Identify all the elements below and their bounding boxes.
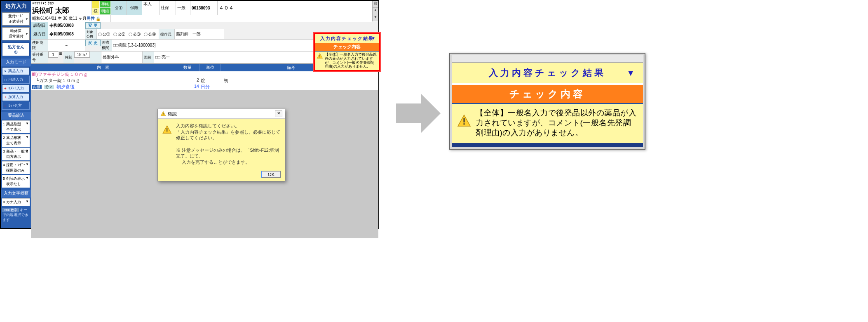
app-window: 処方入力 受付ﾓｰﾄﾞ 正式受付 ▼ 時休深 通常受付 ▼ 処方せん ① 入力モ… bbox=[0, 0, 379, 229]
row2-note: 初 bbox=[224, 78, 228, 83]
filter-label: カナ入力 bbox=[6, 200, 21, 204]
change-button-2[interactable]: 変 更 bbox=[85, 40, 101, 46]
svg-rect-12 bbox=[464, 123, 465, 125]
mode-label: 加算入力 bbox=[8, 94, 23, 100]
time-label: 時刻 bbox=[63, 52, 74, 63]
recv-no-label: 受付番号 bbox=[31, 52, 48, 63]
side-hint: Ctrl+数字 キーで内容選択できます bbox=[1, 207, 31, 224]
recv-mode-button[interactable]: 受付ﾓｰﾄﾞ 正式受付 ▼ bbox=[2, 12, 30, 26]
mode-item-1[interactable]: □用法入力 bbox=[2, 76, 30, 84]
dialog-line4: 入力を完了することができます。 bbox=[176, 159, 281, 165]
filter-l2: 全て表示 bbox=[3, 141, 21, 145]
svg-rect-8 bbox=[167, 132, 167, 132]
filter-num: 2 bbox=[3, 136, 5, 140]
filter-item-2[interactable]: 3 商品・一般名両方表示▼ bbox=[2, 148, 30, 160]
badge-detail[interactable]: 明細 bbox=[100, 8, 110, 14]
char-filter[interactable]: 0 カナ入力 ▼ bbox=[2, 198, 30, 206]
filter-num: 3 bbox=[3, 149, 5, 153]
check-result-panel: 入力内容チェック結果 ▼ チェック内容 【全体】一般名入力で後発品以外の薬品が入… bbox=[314, 33, 380, 71]
chevron-down-icon: ▼ bbox=[26, 122, 29, 125]
dob-line: 昭和61/04/01 生 36 歳11 ヶ月 bbox=[32, 16, 87, 21]
filter-l1: 剤読み表示 bbox=[6, 176, 25, 181]
mode-icon: + bbox=[3, 87, 7, 91]
check-text: 【全体】一般名入力で後発品以外の薬品が入力されていますが、コメント(一般名先発調… bbox=[325, 53, 378, 69]
ins-self: 本人 bbox=[143, 1, 152, 7]
filter-l1: 採用・ﾏｻﾞｰ bbox=[6, 163, 26, 167]
use-label: 使用期限 bbox=[31, 40, 48, 51]
dialog-titlebar: 確認 ✕ bbox=[158, 109, 285, 119]
rx-tab[interactable]: 処方せん ① bbox=[2, 42, 30, 56]
rx-row-product[interactable]: └ガスター錠１０ｍｇ 2 錠 初 bbox=[31, 78, 378, 84]
check-header[interactable]: 入力内容チェック結果 ▼ bbox=[315, 34, 379, 43]
row1-drug: ファモチジン錠１０ｍｇ bbox=[38, 72, 88, 77]
gender: 男性 bbox=[87, 16, 95, 21]
col-unit: 単位 bbox=[200, 64, 221, 71]
filter-item-3[interactable]: 4 採用・ﾏｻﾞｰ採用薬のみ▼ bbox=[2, 161, 30, 174]
filter-item-1[interactable]: 2 薬品形状全て表示▼ bbox=[2, 134, 30, 147]
radio-pub2[interactable]: 公② bbox=[113, 32, 125, 37]
wait-mode-button[interactable]: 時休深 通常受付 ▼ bbox=[2, 27, 30, 40]
dr-label: 医師 bbox=[143, 52, 154, 63]
zoom-body: 【全体】一般名入力で後発品以外の薬品が入力されていますが、コメント(一般名先発調… bbox=[452, 103, 643, 143]
rx-area: 般)ファモチジン錠１０ｍｇ └ガスター錠１０ｍｇ 2 錠 初 内服 分２ 朝夕食… bbox=[31, 71, 378, 90]
mode-item-2[interactable]: +ｺﾒﾝﾄ入力 bbox=[2, 85, 30, 92]
ins-label: 保険 bbox=[127, 1, 142, 15]
time-input[interactable] bbox=[74, 52, 90, 58]
mode-item-3[interactable]: +加算入力 bbox=[2, 93, 30, 101]
svg-rect-5 bbox=[163, 115, 163, 115]
mode-icon: × bbox=[3, 69, 7, 73]
ins-no: 06138093 bbox=[192, 6, 210, 10]
radio-pub4[interactable]: 公④ bbox=[144, 32, 156, 37]
ok-button[interactable]: OK bbox=[262, 171, 281, 178]
hint-key: Ctrl+数字 bbox=[2, 208, 19, 212]
zoom-header[interactable]: 入力内容チェック結果 ▼ bbox=[452, 63, 643, 83]
close-button[interactable]: ✕ bbox=[275, 110, 282, 117]
wait-value: 通常受付 bbox=[3, 34, 28, 39]
patient-no: ４０４ bbox=[219, 5, 234, 12]
filter-num: 5 bbox=[3, 176, 5, 181]
row3-usage: 朝夕食後 bbox=[56, 84, 75, 89]
confirm-dialog: 確認 ✕ 入力内容を確認してください。 「入力内容チェック結果」を参照し、必要に… bbox=[157, 109, 285, 181]
filter-l2: 採用薬のみ bbox=[3, 168, 25, 172]
mode-item-4[interactable]: −ｾｯﾄ処方 bbox=[2, 102, 30, 110]
dialog-body: 入力内容を確認してください。 「入力内容チェック結果」を参照し、必要に応じて修正… bbox=[158, 119, 285, 169]
zoom-scroll[interactable] bbox=[452, 55, 643, 63]
badge-notebook[interactable]: 手帳 bbox=[100, 1, 110, 7]
target-label: 対象公費 bbox=[85, 29, 97, 39]
filter-item-0[interactable]: 1 薬品剤型全て表示▼ bbox=[2, 120, 30, 133]
stepper-icon[interactable]: ▦ bbox=[58, 52, 63, 63]
radio-pub3[interactable]: 公③ bbox=[129, 32, 141, 37]
filter-num: 0 bbox=[3, 200, 5, 204]
rx-row-usage[interactable]: 内服 分２ 朝夕食後 14 日分 bbox=[31, 84, 378, 90]
input-mode-header: 入力モード bbox=[1, 59, 31, 66]
mode-item-0[interactable]: ×薬品入力 bbox=[2, 67, 30, 75]
filter-item-4[interactable]: 5 剤読み表示表示なし▼ bbox=[2, 175, 30, 188]
radio-pub1[interactable]: 公① bbox=[98, 32, 110, 37]
header-scroll[interactable]: 縦▲▼ bbox=[372, 1, 378, 21]
svg-rect-11 bbox=[464, 118, 465, 123]
chevron-down-icon: ▼ bbox=[25, 17, 28, 21]
dialog-title: 確認 bbox=[168, 111, 177, 117]
filter-l1: 商品・一般名 bbox=[6, 149, 28, 153]
dialog-line1: 入力内容を確認してください。 bbox=[176, 123, 281, 129]
wait-label: 時休深 bbox=[3, 28, 28, 34]
recv-no-input[interactable] bbox=[48, 52, 58, 58]
lock-icon: 🔒 bbox=[96, 16, 101, 21]
dr-value: □□ 亮一 bbox=[155, 54, 170, 60]
col-content: 内 容 bbox=[31, 64, 175, 71]
recv-mode-value: 正式受付 bbox=[3, 19, 28, 24]
mode-icon: □ bbox=[3, 78, 7, 82]
rx-row-generic[interactable]: 般)ファモチジン錠１０ｍｇ bbox=[31, 71, 378, 78]
mode-label: ｾｯﾄ処方 bbox=[8, 103, 22, 108]
row3-qty: 14 bbox=[176, 84, 201, 90]
mode-icon: − bbox=[3, 104, 7, 108]
filter-header: 薬品絞込 bbox=[1, 112, 31, 120]
warning-icon bbox=[457, 114, 472, 129]
chevron-down-icon: ▼ bbox=[26, 162, 29, 166]
op-label: 操作員 bbox=[159, 29, 175, 39]
dialog-line2: 「入力内容チェック結果」を参照し、必要に応じて修正してください。 bbox=[176, 129, 281, 141]
change-button-1[interactable]: 変 更 bbox=[85, 22, 101, 29]
rx-tab-label: 処方せん bbox=[8, 45, 24, 49]
mode-label: ｺﾒﾝﾄ入力 bbox=[8, 86, 24, 91]
patient-kana: ﾊﾏﾏﾂﾁｮｳ ﾀﾛｳ bbox=[31, 1, 92, 6]
